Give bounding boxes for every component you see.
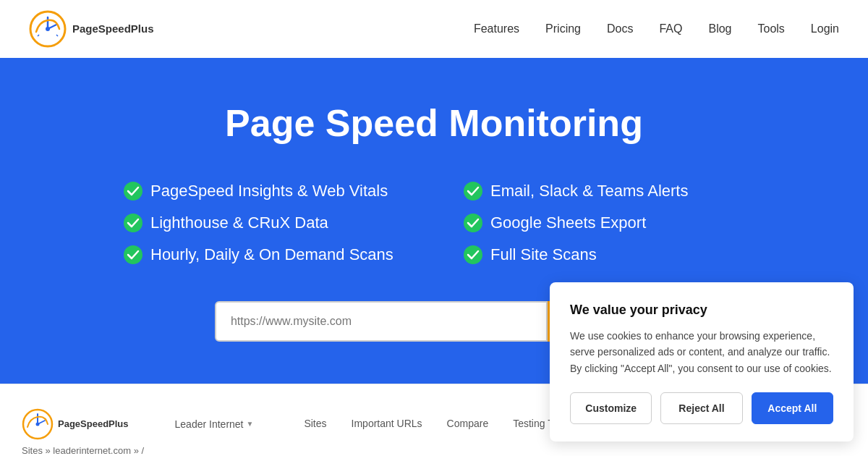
feature-label-5: Google Sheets Export [490, 214, 646, 232]
bottom-nav-leader[interactable]: Leader Internet ▼ [165, 414, 264, 434]
check-icon-4 [463, 181, 483, 201]
bottom-logo-text: PageSpeedPlus [58, 418, 129, 429]
cookie-title: We value your privacy [570, 303, 833, 318]
logo-icon [29, 10, 67, 48]
hero-title: Page Speed Monitoring [58, 101, 810, 145]
tab-compare[interactable]: Compare [435, 413, 501, 435]
feature-item-4: Email, Slack & Teams Alerts [463, 181, 745, 201]
feature-item-3: Hourly, Daily & On Demand Scans [123, 245, 405, 265]
nav-faq[interactable]: FAQ [659, 22, 682, 35]
feature-item-2: Lighthouse & CRuX Data [123, 213, 405, 233]
logo[interactable]: PageSpeedPlus [29, 10, 154, 48]
bottom-nav-leader-label: Leader Internet [175, 418, 244, 430]
svg-point-4 [124, 182, 142, 200]
nav-blog[interactable]: Blog [708, 22, 731, 35]
bottom-tabs: Sites Important URLs Compare Testing Too… [292, 413, 582, 435]
bottom-logo-icon [22, 408, 54, 440]
feature-item-5: Google Sheets Export [463, 213, 745, 233]
tab-sites[interactable]: Sites [292, 413, 338, 435]
cookie-accept-button[interactable]: Accept All [752, 392, 833, 424]
nav-login[interactable]: Login [811, 22, 839, 35]
svg-point-6 [124, 214, 142, 232]
feature-label-4: Email, Slack & Teams Alerts [490, 182, 688, 200]
tab-important-urls[interactable]: Important URLs [340, 413, 434, 435]
svg-point-11 [36, 422, 40, 426]
nav-docs[interactable]: Docs [607, 22, 633, 35]
check-icon-3 [123, 245, 143, 265]
chevron-down-icon: ▼ [247, 420, 254, 428]
check-icon-5 [463, 213, 483, 233]
feature-label-1: PageSpeed Insights & Web Vitals [150, 182, 388, 200]
bottom-nav: Leader Internet ▼ [165, 414, 264, 434]
svg-line-2 [38, 35, 39, 36]
svg-point-9 [464, 245, 482, 264]
cookie-reject-button[interactable]: Reject All [660, 392, 742, 424]
feature-label-2: Lighthouse & CRuX Data [150, 214, 328, 232]
feature-label-6: Full Site Scans [490, 245, 597, 264]
cookie-customize-button[interactable]: Customize [570, 392, 652, 424]
svg-point-7 [464, 214, 482, 232]
nav-pricing[interactable]: Pricing [545, 22, 581, 35]
bottom-logo[interactable]: PageSpeedPlus [22, 408, 129, 440]
feature-item-1: PageSpeed Insights & Web Vitals [123, 181, 405, 201]
cookie-banner: We value your privacy We use cookies to … [550, 282, 854, 442]
check-icon-1 [123, 181, 143, 201]
nav-links: Features Pricing Docs FAQ Blog Tools Log… [474, 22, 839, 35]
svg-point-1 [46, 27, 50, 31]
feature-item-6: Full Site Scans [463, 245, 745, 265]
svg-point-5 [464, 182, 482, 200]
svg-line-3 [56, 35, 58, 36]
svg-point-8 [124, 245, 142, 264]
features-grid: PageSpeed Insights & Web Vitals Email, S… [123, 181, 745, 265]
breadcrumb-text: Sites » leaderinternet.com » / [22, 445, 144, 456]
cookie-text: We use cookies to enhance your browsing … [570, 328, 833, 376]
check-icon-2 [123, 213, 143, 233]
check-icon-6 [463, 245, 483, 265]
url-input[interactable] [215, 301, 548, 342]
nav-features[interactable]: Features [474, 22, 519, 35]
logo-text: PageSpeedPlus [72, 22, 154, 35]
feature-label-3: Hourly, Daily & On Demand Scans [150, 245, 393, 264]
nav-tools[interactable]: Tools [757, 22, 784, 35]
navbar: PageSpeedPlus Features Pricing Docs FAQ … [0, 0, 868, 58]
cookie-buttons: Customize Reject All Accept All [570, 392, 833, 424]
breadcrumb: Sites » leaderinternet.com » / [22, 445, 144, 456]
